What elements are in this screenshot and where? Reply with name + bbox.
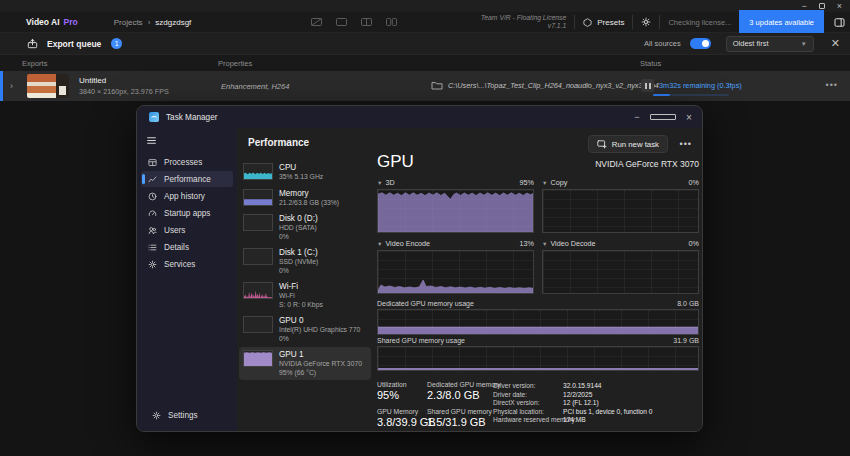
collapse-icon[interactable]: ▼ [377, 180, 382, 186]
brand-name: Video AI [26, 17, 60, 27]
disk1-mini-chart [243, 248, 273, 265]
breadcrumb: Projects › szdgzdsgf [114, 18, 192, 27]
sidebar-item-startup-apps[interactable]: Startup apps [141, 205, 233, 221]
export-queue-bar: Export queue 1 All sources Oldest first … [0, 33, 850, 55]
column-exports: Exports [22, 59, 47, 68]
close-icon[interactable]: × [676, 112, 702, 123]
copy-percent: 0% [689, 178, 699, 187]
sidebar-item-details[interactable]: Details [141, 239, 233, 255]
export-row[interactable]: › Untitled 3840 × 2160px, 23.976 FPS Enh… [0, 71, 850, 101]
gpu-driver-details: Driver version:32.0.15.9144 Driver date:… [493, 381, 699, 432]
single-view-icon[interactable] [311, 18, 322, 26]
export-queue-icon [27, 38, 38, 49]
split-view-icon[interactable] [361, 18, 372, 26]
dedicated-memory-label: Dedicated GPU memory usage [377, 300, 474, 307]
panel-toggle-icon[interactable] [832, 15, 847, 30]
perf-card-memory[interactable]: Memory21.2/63.8 GB (33%) [239, 186, 371, 211]
performance-list: CPU35% 5.13 GHz Memory21.2/63.8 GB (33%)… [239, 160, 371, 381]
perf-card-disk0[interactable]: Disk 0 (D:)HDD (SATA)0% [239, 211, 371, 244]
updates-available-button[interactable]: 3 updates available [739, 10, 824, 34]
sidebar-item-services[interactable]: Services [141, 256, 233, 272]
divider [632, 15, 633, 29]
decode-percent: 0% [689, 239, 699, 248]
gpu0-mini-chart [243, 316, 273, 333]
task-manager-app-icon [149, 112, 159, 122]
shared-value: 1.5/31.9 GB [427, 416, 493, 428]
sidebar-item-app-history[interactable]: App history [141, 188, 233, 204]
detail-row: Driver version:32.0.15.9144 [493, 382, 699, 389]
memory-mini-chart [243, 189, 273, 206]
details-list-icon [148, 243, 157, 252]
utilization-value: 95% [377, 389, 427, 401]
run-new-task-button[interactable]: Run new task [588, 135, 668, 153]
chevron-right-icon: › [148, 18, 151, 27]
sort-order-select[interactable]: Oldest first ▼ [726, 36, 814, 52]
close-icon[interactable]: × [837, 2, 842, 11]
detail-row: Driver date:12/2/2025 [493, 391, 699, 398]
new-task-icon [597, 139, 607, 149]
perf-card-cpu[interactable]: CPU35% 5.13 GHz [239, 160, 371, 185]
gpu-video-encode-chart [377, 250, 534, 294]
all-sources-toggle[interactable] [690, 38, 711, 49]
row-more-icon[interactable]: ••• [826, 80, 838, 90]
breadcrumb-projects[interactable]: Projects [114, 18, 143, 27]
output-path[interactable]: C:\Users\...\Topaz_Test_Clip_H264_noaudi… [431, 80, 659, 91]
nav-right-cluster: Team V/R - Floating License v7.1.1 Prese… [481, 12, 850, 32]
shared-memory-chart [377, 346, 699, 371]
close-queue-icon[interactable]: ✕ [831, 37, 840, 50]
perf-card-gpu0[interactable]: GPU 0Intel(R) UHD Graphics 7700% [239, 313, 371, 346]
export-details: 3840 × 2160px, 23.976 FPS [79, 87, 169, 96]
pause-export-button[interactable] [641, 79, 654, 92]
app-titlebar: − × [0, 0, 850, 12]
settings-gear-icon [152, 411, 161, 420]
top-navigation-bar: Video AI Pro Projects › szdgzdsgf Team V… [0, 12, 850, 33]
sidebar-item-performance[interactable]: Performance [141, 171, 233, 187]
hamburger-menu-icon[interactable] [146, 135, 237, 146]
presets-button[interactable]: Presets [583, 18, 624, 27]
performance-icon [148, 175, 157, 184]
sidebar-item-settings[interactable]: Settings [145, 407, 229, 423]
full-view-icon[interactable] [336, 18, 347, 26]
gear-icon[interactable] [641, 17, 651, 27]
page-title: Performance [248, 137, 309, 148]
processes-icon [148, 158, 157, 167]
gpu-panel-title: GPU [377, 152, 414, 172]
collapse-icon[interactable]: ▼ [542, 180, 547, 186]
license-info: Team V/R - Floating License v7.1.1 [481, 14, 567, 31]
shared-memory-scale: 31.9 GB [673, 337, 699, 344]
queue-bar-controls: All sources Oldest first ▼ ✕ [644, 36, 850, 52]
wifi-mini-chart [243, 282, 273, 299]
perf-card-disk1[interactable]: Disk 1 (C:)SSD (NVMe)0% [239, 245, 371, 278]
perf-card-wifi[interactable]: Wi-FiWi-FiS: 0 R: 0 Kbps [239, 279, 371, 312]
export-title: Untitled [79, 76, 106, 85]
queue-count-badge: 1 [111, 38, 122, 49]
d3-percent: 95% [520, 178, 534, 187]
detail-row: Hardware reserved memory:174 MB [493, 416, 699, 423]
speedometer-icon [148, 209, 157, 218]
minimize-icon[interactable]: − [624, 112, 650, 122]
shared-label: Shared GPU memory [427, 408, 493, 415]
task-manager-titlebar[interactable]: Task Manager − × [137, 106, 702, 128]
gpu-video-decode-chart [542, 250, 699, 294]
video-thumbnail [27, 74, 69, 98]
maximize-icon[interactable] [650, 112, 676, 122]
export-status-text: 3m32s remaining (0.3fps) [659, 81, 742, 90]
collapse-icon[interactable]: ▼ [542, 241, 547, 247]
dedicated-value: 2.3/8.0 GB [427, 389, 493, 401]
chevron-down-icon: ▼ [801, 41, 807, 47]
dedicated-memory-scale: 8.0 GB [677, 300, 699, 307]
sidebar-item-users[interactable]: Users [141, 222, 233, 238]
export-table-header: Exports Properties Status [0, 55, 850, 71]
column-status: Status [640, 59, 661, 68]
perf-card-gpu1[interactable]: GPU 1NVIDIA GeForce RTX 307095% (66 °C) [239, 347, 371, 380]
expand-row-icon[interactable]: › [10, 81, 13, 91]
export-queue-title: Export queue [47, 39, 101, 49]
collapse-icon[interactable]: ▼ [377, 241, 382, 247]
dedicated-label: Dedicated GPU memory [427, 381, 493, 388]
sidebar-item-processes[interactable]: Processes [141, 154, 233, 170]
more-options-icon[interactable]: ••• [680, 139, 692, 149]
side-by-side-view-icon[interactable] [386, 18, 397, 26]
export-progress-fill [653, 94, 670, 96]
export-properties: Enhancement, H264 [221, 82, 289, 91]
clock-history-icon [148, 192, 157, 201]
